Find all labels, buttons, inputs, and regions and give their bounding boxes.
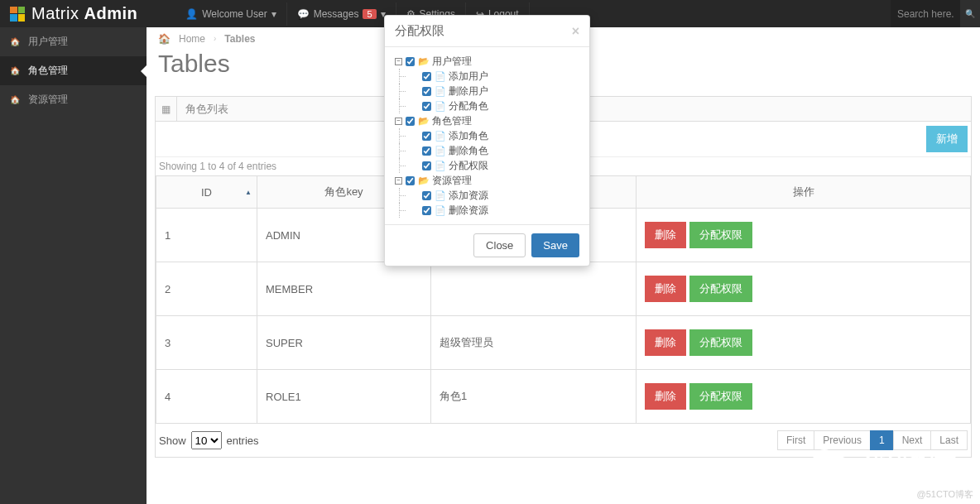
modal-title: 分配权限 [395, 23, 444, 39]
file-icon: 📄 [435, 205, 445, 216]
tree-checkbox[interactable] [422, 132, 431, 141]
credit: @51CTO博客 [917, 488, 973, 501]
tree-label[interactable]: 删除用户 [449, 84, 488, 98]
tree-checkbox[interactable] [422, 191, 431, 200]
collapse-icon[interactable]: − [395, 177, 402, 185]
assign-permission-modal: 分配权限 × −📂用户管理📄添加用户📄删除用户📄分配角色−📂角色管理📄添加角色📄… [384, 15, 590, 266]
collapse-icon[interactable]: − [395, 58, 402, 65]
tree-checkbox[interactable] [406, 57, 415, 66]
permission-tree: −📂用户管理📄添加用户📄删除用户📄分配角色−📂角色管理📄添加角色📄删除角色📄分配… [395, 54, 579, 218]
folder-icon: 📂 [418, 175, 429, 186]
tree-label[interactable]: 角色管理 [432, 114, 472, 128]
modal-save-button[interactable]: Save [531, 233, 579, 257]
tree-checkbox[interactable] [422, 87, 431, 96]
file-icon: 📄 [435, 86, 445, 97]
tree-checkbox[interactable] [422, 146, 431, 156]
tree-checkbox[interactable] [422, 72, 431, 81]
modal-close-button[interactable]: Close [473, 233, 526, 257]
tree-checkbox[interactable] [406, 176, 415, 185]
tree-label[interactable]: 用户管理 [432, 55, 472, 69]
file-icon: 📄 [435, 146, 445, 156]
tree-label[interactable]: 分配角色 [449, 99, 488, 113]
tree-label[interactable]: 资源管理 [432, 174, 472, 188]
file-icon: 📄 [435, 190, 445, 201]
file-icon: 📄 [435, 161, 445, 171]
folder-icon: 📂 [418, 56, 429, 67]
tree-label[interactable]: 删除资源 [449, 204, 488, 218]
file-icon: 📄 [435, 131, 445, 142]
tree-checkbox[interactable] [422, 102, 431, 111]
tree-label[interactable]: 删除角色 [449, 144, 488, 158]
file-icon: 📄 [435, 71, 445, 82]
tree-label[interactable]: 分配权限 [449, 159, 488, 173]
folder-icon: 📂 [418, 116, 429, 127]
tree-label[interactable]: 添加角色 [449, 129, 488, 143]
file-icon: 📄 [435, 101, 445, 112]
close-icon[interactable]: × [572, 24, 579, 39]
tree-checkbox[interactable] [422, 206, 431, 215]
collapse-icon[interactable]: − [395, 118, 402, 125]
tree-checkbox[interactable] [406, 117, 415, 126]
tree-checkbox[interactable] [422, 161, 431, 170]
tree-label[interactable]: 添加资源 [449, 189, 488, 203]
tree-label[interactable]: 添加用户 [449, 70, 488, 84]
